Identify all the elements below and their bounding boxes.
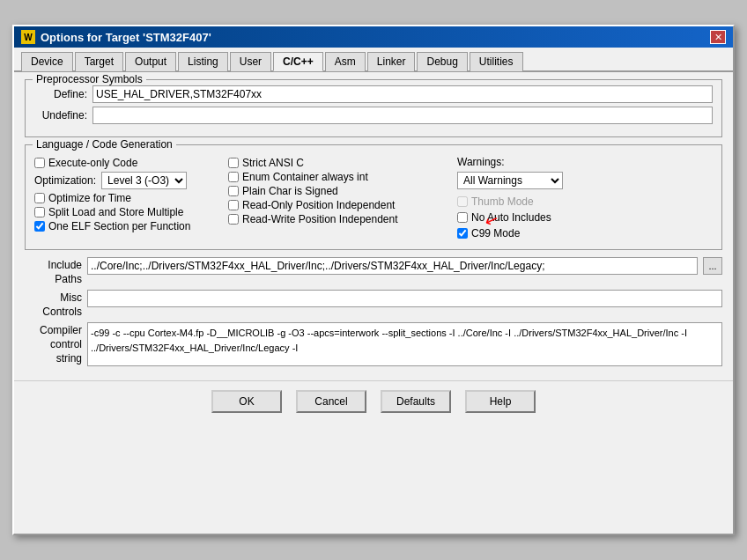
one-elf-check[interactable]: [34, 221, 45, 232]
undefine-label: Undefine:: [34, 109, 87, 122]
one-elf-label: One ELF Section per Function: [48, 220, 190, 232]
execute-only-row: Execute-only Code: [34, 156, 228, 170]
tab-linker[interactable]: Linker: [367, 52, 416, 71]
rwpi-label: Read-Write Position Independent: [242, 213, 398, 225]
execute-only-label: Execute-only Code: [48, 157, 137, 169]
thumb-mode-check[interactable]: [457, 196, 468, 207]
tab-utilities[interactable]: Utilities: [470, 52, 523, 71]
optimize-time-check[interactable]: [34, 193, 45, 203]
rwpi-check[interactable]: [228, 214, 239, 225]
compiler-string-box: -c99 -c --cpu Cortex-M4.fp -D__MICROLIB …: [87, 322, 722, 366]
tab-cpp[interactable]: C/C++: [273, 52, 323, 71]
ropi-row: Read-Only Position Independent: [228, 198, 457, 212]
define-input[interactable]: [92, 85, 713, 103]
optimization-select[interactable]: Level 0 (-O0) Level 1 (-O1) Level 2 (-O2…: [101, 172, 187, 189]
optimization-label: Optimization:: [34, 174, 96, 187]
compiler-string-label: Compilercontrolstring: [25, 322, 82, 365]
optimization-row: Optimization: Level 0 (-O0) Level 1 (-O1…: [34, 170, 228, 191]
strict-ansi-label: Strict ANSI C: [242, 157, 304, 169]
dialog-title: Options for Target 'STM32F407': [41, 31, 211, 44]
help-button[interactable]: Help: [465, 390, 536, 413]
preprocessor-title: Preprocessor Symbols: [33, 73, 146, 85]
ropi-check[interactable]: [228, 200, 239, 210]
warnings-select[interactable]: No Warnings All Warnings: [457, 172, 563, 189]
one-elf-row: One ELF Section per Function: [34, 219, 228, 233]
plain-char-check[interactable]: [228, 186, 239, 196]
dialog-body: Preprocessor Symbols Define: Undefine: L…: [14, 72, 733, 377]
tab-device[interactable]: Device: [21, 52, 73, 71]
tab-output[interactable]: Output: [125, 52, 176, 71]
c99-mode-check[interactable]: [457, 228, 468, 239]
tab-listing[interactable]: Listing: [178, 52, 228, 71]
strict-ansi-check[interactable]: [228, 158, 239, 168]
plain-char-label: Plain Char is Signed: [242, 185, 338, 197]
undefine-input[interactable]: [92, 107, 713, 124]
language-group: Language / Code Generation Execute-only …: [25, 144, 722, 250]
compiler-string-row: Compilercontrolstring -c99 -c --cpu Cort…: [25, 322, 722, 366]
language-grid: Execute-only Code Optimization: Level 0 …: [34, 156, 713, 240]
enum-container-check[interactable]: [228, 172, 239, 182]
compiler-string-value: -c99 -c --cpu Cortex-M4.fp -D__MICROLIB …: [91, 328, 687, 353]
define-row: Define:: [34, 85, 713, 103]
cancel-button[interactable]: Cancel: [296, 390, 366, 413]
title-bar-left: W Options for Target 'STM32F407': [21, 30, 211, 44]
tabs-bar: Device Target Output Listing User C/C++ …: [14, 48, 733, 72]
tab-user[interactable]: User: [230, 52, 271, 71]
thumb-mode-row: Thumb Mode: [457, 195, 651, 209]
include-paths-input[interactable]: [87, 257, 698, 275]
plain-char-row: Plain Char is Signed: [228, 184, 457, 198]
c99-mode-row: C99 Mode ↙: [457, 226, 651, 240]
enum-container-label: Enum Container always int: [242, 171, 368, 183]
misc-controls-label: MiscControls: [25, 290, 82, 319]
tab-asm[interactable]: Asm: [325, 52, 366, 71]
ropi-label: Read-Only Position Independent: [242, 199, 395, 211]
rwpi-row: Read-Write Position Independent: [228, 212, 457, 226]
language-title: Language / Code Generation: [33, 138, 176, 151]
include-paths-label: IncludePaths: [25, 257, 82, 286]
ok-button[interactable]: OK: [211, 390, 282, 413]
split-load-check[interactable]: [34, 207, 45, 217]
title-bar: W Options for Target 'STM32F407' ✕: [14, 26, 733, 48]
thumb-mode-label: Thumb Mode: [471, 195, 534, 208]
optimize-time-row: Optimize for Time: [34, 191, 228, 205]
app-icon: W: [21, 30, 35, 44]
split-load-row: Split Load and Store Multiple: [34, 205, 228, 219]
preprocessor-group: Preprocessor Symbols Define: Undefine:: [25, 79, 722, 137]
warnings-label: Warnings:: [457, 156, 651, 168]
include-paths-browse-button[interactable]: ...: [703, 257, 722, 275]
optimize-time-label: Optimize for Time: [48, 192, 131, 204]
split-load-label: Split Load and Store Multiple: [48, 206, 183, 218]
undefine-row: Undefine:: [34, 107, 713, 124]
close-button[interactable]: ✕: [710, 30, 726, 44]
no-auto-includes-check[interactable]: [457, 212, 468, 223]
col3-warnings: Warnings: No Warnings All Warnings Thumb…: [457, 156, 651, 240]
defaults-button[interactable]: Defaults: [381, 390, 451, 413]
tab-debug[interactable]: Debug: [417, 52, 467, 71]
dialog-footer: OK Cancel Defaults Help: [14, 380, 733, 422]
strict-ansi-row: Strict ANSI C: [228, 156, 457, 170]
define-label: Define:: [34, 88, 87, 100]
options-dialog: W Options for Target 'STM32F407' ✕ Devic…: [12, 25, 735, 535]
tab-target[interactable]: Target: [75, 52, 123, 71]
misc-controls-row: MiscControls: [25, 290, 722, 319]
enum-container-row: Enum Container always int: [228, 170, 457, 184]
col2: Strict ANSI C Enum Container always int …: [228, 156, 457, 240]
execute-only-check[interactable]: [34, 158, 45, 168]
include-paths-row: IncludePaths ...: [25, 257, 722, 286]
col1: Execute-only Code Optimization: Level 0 …: [34, 156, 228, 240]
misc-controls-input[interactable]: [87, 290, 722, 307]
